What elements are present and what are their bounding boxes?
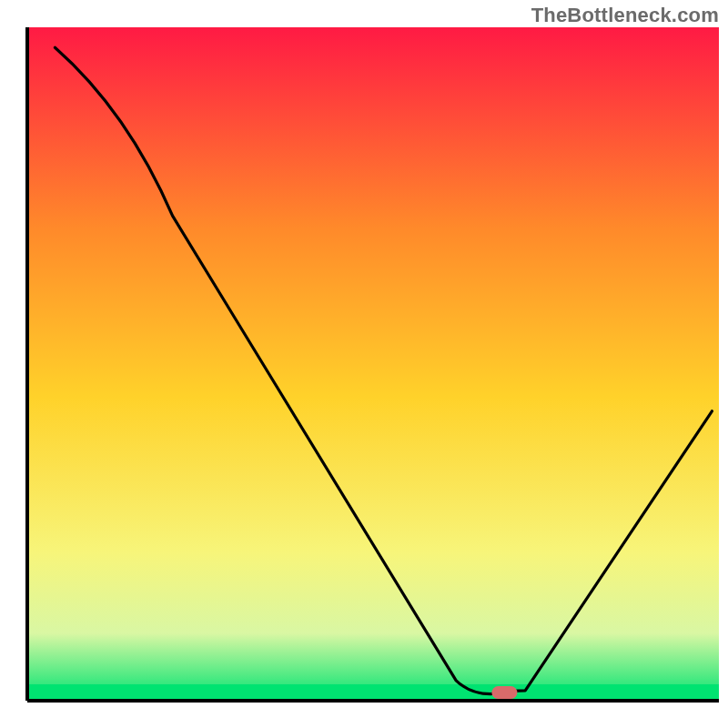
gradient-background [27,27,719,701]
chart-svg [0,0,728,728]
chart-container: TheBottleneck.com [0,0,728,728]
optimal-point-marker [491,686,517,699]
watermark-text: TheBottleneck.com [531,4,719,27]
green-baseline-band [27,684,719,701]
